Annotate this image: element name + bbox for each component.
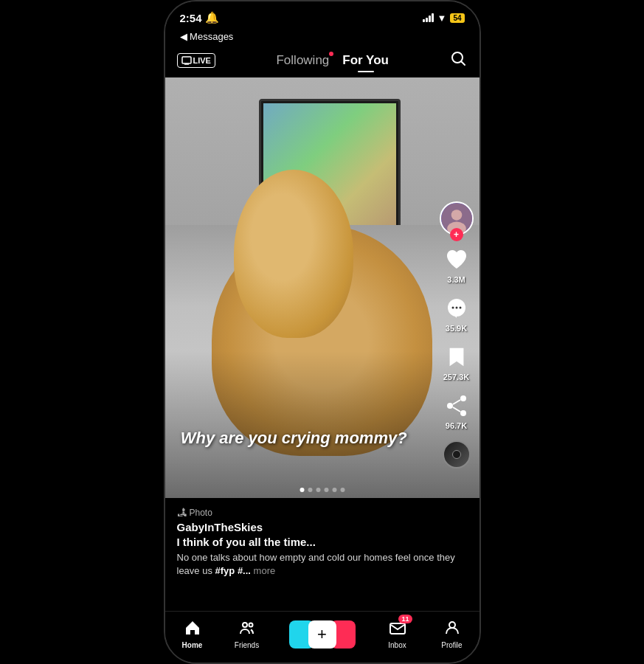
music-disc-inner (452, 450, 461, 459)
comment-icon (443, 294, 471, 322)
heart-icon (443, 246, 471, 274)
nav-home[interactable]: Home (174, 616, 211, 652)
share-button[interactable]: 96.7K (443, 392, 471, 430)
svg-point-9 (451, 307, 454, 309)
live-button[interactable]: LIVE (177, 53, 215, 68)
video-title: I think of you all the time... (177, 536, 468, 548)
friends-label: Friends (235, 641, 259, 649)
messages-back[interactable]: ◀ Messages (165, 30, 479, 45)
dot-4[interactable] (324, 488, 328, 492)
live-label: LIVE (193, 56, 211, 65)
bottom-gradient (165, 351, 479, 499)
top-nav: LIVE Following For You (165, 45, 479, 77)
svg-rect-0 (182, 57, 191, 63)
creator-avatar[interactable]: + (440, 201, 474, 235)
video-description: No one talks about how empty and cold ou… (177, 551, 468, 578)
svg-point-12 (460, 395, 466, 401)
dot-3[interactable] (316, 488, 320, 492)
svg-point-13 (447, 403, 453, 409)
dot-6[interactable] (340, 488, 344, 492)
video-container[interactable]: Why are you crying mommy? + (165, 77, 479, 498)
nav-tabs: Following For You (276, 53, 388, 68)
battery-icon: 54 (450, 13, 464, 23)
profile-label: Profile (441, 641, 462, 649)
svg-point-10 (455, 307, 457, 309)
tab-following[interactable]: Following (276, 53, 329, 68)
photo-icon: 🏞 (177, 507, 187, 518)
share-icon (443, 392, 471, 420)
status-time: 2:54 🔔 (180, 11, 219, 24)
hashtag-fyp[interactable]: #fyp #... (215, 565, 251, 576)
nav-friends[interactable]: Friends (229, 616, 266, 652)
inbox-count: 11 (398, 615, 412, 623)
home-label: Home (182, 641, 203, 649)
right-sidebar: + 3.3M (440, 201, 474, 468)
nav-create[interactable]: + (283, 618, 361, 651)
home-icon (184, 619, 201, 640)
inbox-badge: 11 (389, 619, 406, 640)
time-display: 2:54 (180, 12, 202, 24)
more-link[interactable]: more (254, 565, 276, 576)
wifi-icon: ▼ (437, 13, 447, 24)
like-count: 3.3M (447, 275, 465, 284)
video-caption: Why are you crying mommy? (181, 429, 407, 448)
tab-for-you[interactable]: For You (342, 53, 389, 68)
comment-count: 35.9K (446, 324, 467, 333)
status-icons: ▼ 54 (423, 13, 465, 24)
bookmark-button[interactable]: 257.3K (443, 343, 471, 381)
bookmark-icon (443, 343, 471, 371)
music-disc[interactable] (443, 440, 471, 468)
svg-point-17 (243, 623, 247, 627)
svg-point-18 (249, 623, 252, 627)
photo-badge: 🏞 Photo (177, 507, 212, 518)
svg-point-6 (451, 210, 462, 221)
share-count: 96.7K (446, 421, 467, 430)
dots-navigation (300, 488, 344, 492)
dot-1[interactable] (300, 488, 304, 492)
bell-icon: 🔔 (205, 11, 219, 24)
svg-line-15 (453, 400, 460, 404)
follow-button[interactable]: + (450, 228, 463, 241)
friends-icon (238, 619, 256, 640)
comment-button[interactable]: 35.9K (443, 294, 471, 333)
search-icon[interactable] (449, 49, 467, 72)
create-btn-white: + (308, 620, 336, 649)
dog-head (234, 170, 353, 338)
svg-line-4 (462, 62, 465, 66)
status-bar: 2:54 🔔 ▼ 54 (165, 1, 479, 30)
dot-2[interactable] (308, 488, 312, 492)
signal-icon (423, 13, 434, 22)
messages-back-label[interactable]: ◀ Messages (180, 31, 234, 42)
dot-5[interactable] (332, 488, 336, 492)
inbox-label: Inbox (388, 641, 406, 649)
like-button[interactable]: 3.3M (443, 246, 471, 284)
nav-profile[interactable]: Profile (434, 616, 471, 652)
username[interactable]: GabyInTheSkies (177, 521, 468, 533)
svg-line-16 (453, 407, 460, 412)
svg-point-14 (460, 410, 466, 416)
create-button-inner: + (289, 620, 356, 649)
svg-point-20 (449, 622, 455, 628)
following-notification-dot (329, 52, 333, 56)
phone-frame: 2:54 🔔 ▼ 54 ◀ Messages LIVE (164, 0, 481, 664)
info-section: 🏞 Photo GabyInTheSkies I think of you al… (165, 498, 479, 584)
tv-icon (181, 55, 192, 66)
photo-label: Photo (190, 508, 212, 518)
bookmark-count: 257.3K (443, 373, 469, 381)
profile-icon (443, 619, 461, 640)
svg-point-11 (459, 307, 461, 309)
nav-inbox[interactable]: 11 Inbox (379, 616, 416, 652)
bottom-nav: Home Friends + (165, 611, 479, 663)
